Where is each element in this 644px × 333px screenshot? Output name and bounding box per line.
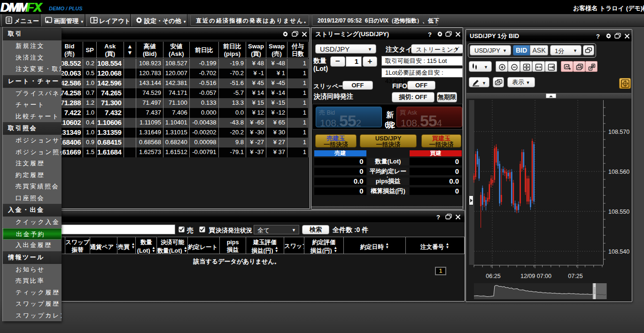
svg-text:108.570: 108.570 xyxy=(608,129,629,135)
svg-text:07:25: 07:25 xyxy=(568,273,582,279)
svg-text:108.560: 108.560 xyxy=(608,169,629,175)
svg-text:108.540: 108.540 xyxy=(608,248,629,255)
svg-text:12/09 07:00: 12/09 07:00 xyxy=(520,273,551,279)
svg-text:06:25: 06:25 xyxy=(486,273,500,279)
svg-text:108.550: 108.550 xyxy=(608,209,629,215)
